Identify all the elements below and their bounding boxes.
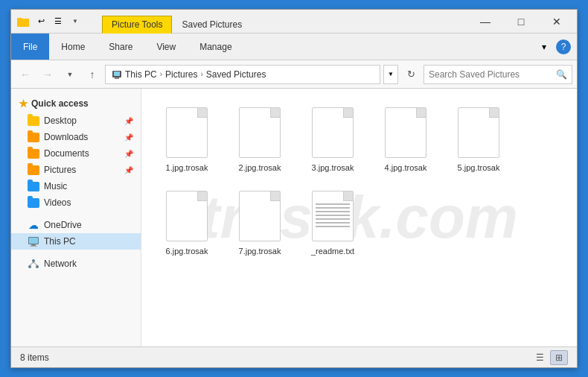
file-item[interactable]: 7.jpg.trosak: [226, 184, 293, 262]
address-path[interactable]: This PC › Pictures › Saved Pictures: [105, 65, 380, 84]
title-tabs: Picture Tools Saved Pictures: [87, 10, 465, 33]
file-item[interactable]: 5.jpg.trosak: [445, 101, 512, 178]
file-item[interactable]: 4.jpg.trosak: [372, 101, 439, 178]
path-thispc-label: This PC: [125, 69, 157, 80]
file-area: trosak.com 1.jpg.trosak2.jpg.trosak3.jpg…: [141, 89, 577, 346]
ribbon-right-controls: ▾ ?: [529, 34, 577, 60]
properties-button[interactable]: ☰: [51, 14, 65, 29]
file-item[interactable]: 6.jpg.trosak: [153, 184, 220, 262]
path-pictures-label: Pictures: [165, 69, 197, 80]
file-icon-container: [455, 106, 502, 159]
sidebar-downloads-label: Downloads: [44, 132, 88, 142]
documents-folder-icon: [28, 148, 39, 159]
svg-rect-7: [31, 244, 36, 246]
network-icon: [28, 258, 39, 270]
ribbon-tab-home[interactable]: Home: [49, 34, 97, 60]
sidebar: ★ Quick access Desktop 📌 Downloads 📌: [11, 89, 141, 346]
title-bar: ↩ ☰ ▼ Picture Tools Saved Pictures — □ ✕: [11, 10, 577, 34]
main-content: ★ Quick access Desktop 📌 Downloads 📌: [11, 89, 577, 346]
file-item[interactable]: 2.jpg.trosak: [226, 101, 293, 178]
ribbon-tab-file[interactable]: File: [11, 34, 49, 60]
file-icon-paper: [166, 191, 208, 241]
pictures-folder-icon: [28, 164, 39, 176]
maximize-button[interactable]: □: [504, 10, 538, 34]
videos-folder-icon: [28, 197, 39, 209]
file-icon-container: [309, 106, 357, 159]
address-dropdown-button[interactable]: ▼: [383, 65, 398, 84]
file-icon-paper: [312, 107, 354, 158]
music-folder-icon: [28, 180, 39, 192]
sidebar-item-onedrive[interactable]: ☁ OneDrive: [11, 217, 141, 233]
file-item[interactable]: 1.jpg.trosak: [153, 101, 220, 178]
quick-access-header[interactable]: ★ Quick access: [11, 95, 141, 113]
ribbon-tab-view[interactable]: View: [144, 34, 188, 60]
file-name: 7.jpg.trosak: [239, 246, 281, 256]
file-name: 5.jpg.trosak: [458, 162, 500, 173]
path-pictures: Pictures: [165, 69, 197, 80]
sidebar-item-music[interactable]: Music: [11, 178, 141, 194]
search-box[interactable]: 🔍: [424, 65, 572, 84]
star-icon: ★: [19, 98, 28, 110]
downloads-folder-icon: [28, 131, 39, 143]
file-name: 6.jpg.trosak: [166, 246, 208, 256]
files-grid: 1.jpg.trosak2.jpg.trosak3.jpg.trosak4.jp…: [141, 89, 577, 274]
up-button[interactable]: ↑: [83, 65, 102, 84]
path-sep-2: ›: [200, 70, 202, 78]
refresh-button[interactable]: ↻: [401, 65, 421, 84]
file-icon-container: [163, 189, 211, 243]
sidebar-item-network[interactable]: Network: [11, 256, 141, 272]
list-view-button[interactable]: ☰: [531, 350, 549, 365]
close-button[interactable]: ✕: [540, 10, 574, 34]
file-name: 1.jpg.trosak: [166, 162, 208, 173]
svg-point-10: [28, 265, 31, 268]
file-item[interactable]: _readme.txt: [299, 184, 366, 262]
ribbon: File Home Share View Manage ▾ ?: [11, 34, 577, 60]
icon-view-button[interactable]: ⊞: [550, 350, 568, 365]
recent-locations-button[interactable]: ▼: [60, 65, 80, 84]
svg-line-12: [30, 262, 33, 265]
status-bar: 8 items ☰ ⊞: [11, 346, 577, 367]
tab-saved-pictures[interactable]: Saved Pictures: [172, 16, 252, 33]
path-savedpictures: Saved Pictures: [206, 69, 266, 80]
search-input[interactable]: [429, 69, 553, 80]
minimize-button[interactable]: —: [468, 10, 502, 34]
file-name: 3.jpg.trosak: [312, 162, 354, 173]
sidebar-item-pictures[interactable]: Pictures 📌: [11, 162, 141, 178]
file-icon-container: [309, 189, 357, 243]
undo-button[interactable]: ↩: [33, 14, 48, 29]
file-icon-container: [236, 106, 284, 159]
window-controls: — □ ✕: [465, 10, 577, 33]
svg-rect-4: [115, 77, 119, 79]
sidebar-item-thispc[interactable]: This PC: [11, 233, 141, 250]
file-item[interactable]: 3.jpg.trosak: [299, 101, 366, 178]
view-buttons: ☰ ⊞: [531, 350, 568, 365]
sidebar-item-documents[interactable]: Documents 📌: [11, 145, 141, 162]
onedrive-icon: ☁: [28, 219, 39, 231]
ribbon-tab-manage[interactable]: Manage: [188, 34, 243, 60]
ribbon-expand-button[interactable]: ▾: [535, 38, 553, 56]
sidebar-videos-label: Videos: [44, 197, 71, 208]
toolbar-dropdown[interactable]: ▼: [68, 14, 83, 29]
sidebar-desktop-label: Desktop: [44, 115, 77, 126]
svg-rect-8: [30, 246, 37, 247]
sidebar-onedrive-label: OneDrive: [44, 220, 82, 230]
ribbon-help-button[interactable]: ?: [556, 39, 571, 54]
sidebar-item-desktop[interactable]: Desktop 📌: [11, 113, 141, 129]
back-button[interactable]: ←: [16, 65, 35, 84]
path-sep-1: ›: [160, 70, 162, 78]
file-icon-paper: [239, 191, 281, 241]
folder-icon-title: [16, 14, 31, 29]
search-icon: 🔍: [556, 69, 567, 80]
svg-rect-3: [114, 72, 120, 76]
forward-button[interactable]: →: [38, 65, 57, 84]
svg-point-9: [32, 259, 35, 262]
sidebar-item-downloads[interactable]: Downloads 📌: [11, 129, 141, 145]
sidebar-item-videos[interactable]: Videos: [11, 194, 141, 211]
file-icon-container: [382, 106, 429, 159]
ribbon-tab-share[interactable]: Share: [97, 34, 144, 60]
file-icon-paper: [312, 191, 354, 241]
tab-picture-tools[interactable]: Picture Tools: [102, 16, 172, 34]
svg-point-11: [36, 265, 39, 268]
pin-icon-pictures: 📌: [124, 166, 133, 174]
sidebar-pictures-label: Pictures: [44, 165, 76, 175]
